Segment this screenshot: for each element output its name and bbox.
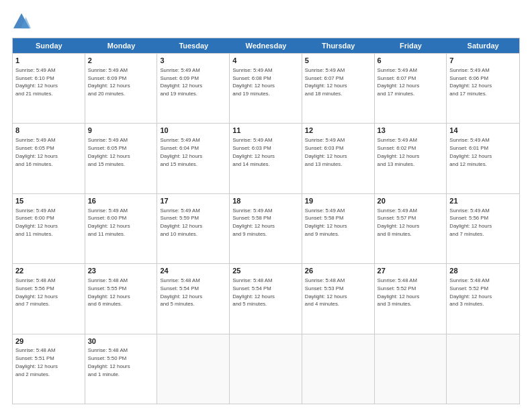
day-info: Sunrise: 5:48 AM Sunset: 5:54 PM Dayligh… [160,277,202,307]
calendar-day-22: 22Sunrise: 5:48 AM Sunset: 5:56 PM Dayli… [13,264,85,333]
day-info: Sunrise: 5:49 AM Sunset: 6:08 PM Dayligh… [232,67,275,97]
day-info: Sunrise: 5:49 AM Sunset: 6:09 PM Dayligh… [160,67,202,97]
calendar-day-7: 7Sunrise: 5:49 AM Sunset: 6:06 PM Daylig… [447,54,519,123]
day-info: Sunrise: 5:49 AM Sunset: 6:03 PM Dayligh… [305,137,347,167]
calendar-day-20: 20Sunrise: 5:49 AM Sunset: 5:57 PM Dayli… [375,194,447,263]
day-info: Sunrise: 5:49 AM Sunset: 5:58 PM Dayligh… [232,208,275,237]
day-info: Sunrise: 5:49 AM Sunset: 6:04 PM Dayligh… [160,137,202,167]
calendar-week-5: 29Sunrise: 5:48 AM Sunset: 5:51 PM Dayli… [13,334,519,404]
calendar-empty-cell [375,334,447,404]
day-number: 9 [88,126,154,136]
day-number: 22 [15,266,82,276]
day-info: Sunrise: 5:48 AM Sunset: 5:52 PM Dayligh… [378,277,420,307]
day-number: 15 [15,196,82,206]
day-number: 14 [449,126,517,136]
day-info: Sunrise: 5:49 AM Sunset: 5:58 PM Dayligh… [305,208,347,237]
calendar-day-16: 16Sunrise: 5:49 AM Sunset: 6:00 PM Dayli… [85,194,158,263]
calendar-day-24: 24Sunrise: 5:48 AM Sunset: 5:54 PM Dayli… [157,264,230,333]
day-info: Sunrise: 5:49 AM Sunset: 6:09 PM Dayligh… [88,67,130,97]
day-number: 1 [15,56,82,66]
calendar-empty-cell [157,334,230,404]
calendar-day-2: 2Sunrise: 5:49 AM Sunset: 6:09 PM Daylig… [85,54,158,123]
day-info: Sunrise: 5:49 AM Sunset: 6:07 PM Dayligh… [378,67,420,97]
day-info: Sunrise: 5:48 AM Sunset: 5:50 PM Dayligh… [88,347,130,377]
calendar-day-14: 14Sunrise: 5:49 AM Sunset: 6:01 PM Dayli… [447,124,519,193]
header-day-monday: Monday [85,38,158,53]
day-number: 20 [378,196,444,206]
day-info: Sunrise: 5:49 AM Sunset: 6:05 PM Dayligh… [15,137,58,167]
calendar-day-13: 13Sunrise: 5:49 AM Sunset: 6:02 PM Dayli… [375,124,447,193]
calendar-day-3: 3Sunrise: 5:49 AM Sunset: 6:09 PM Daylig… [157,54,230,123]
header-day-wednesday: Wednesday [230,38,302,53]
calendar-day-5: 5Sunrise: 5:49 AM Sunset: 6:07 PM Daylig… [302,54,375,123]
logo [12,12,34,31]
calendar-empty-cell [302,334,375,404]
calendar: SundayMondayTuesdayWednesdayThursdayFrid… [12,38,520,404]
day-info: Sunrise: 5:49 AM Sunset: 6:00 PM Dayligh… [15,208,58,237]
header-day-saturday: Saturday [447,38,519,53]
calendar-day-8: 8Sunrise: 5:49 AM Sunset: 6:05 PM Daylig… [13,124,85,193]
day-info: Sunrise: 5:48 AM Sunset: 5:53 PM Dayligh… [305,277,347,307]
day-number: 28 [449,266,517,276]
day-number: 25 [232,266,299,276]
calendar-header: SundayMondayTuesdayWednesdayThursdayFrid… [13,38,519,53]
day-number: 4 [232,56,299,66]
header-day-thursday: Thursday [302,38,375,53]
day-number: 23 [88,266,154,276]
day-info: Sunrise: 5:49 AM Sunset: 6:10 PM Dayligh… [15,67,58,97]
day-number: 27 [378,266,444,276]
calendar-body: 1Sunrise: 5:49 AM Sunset: 6:10 PM Daylig… [13,53,519,404]
day-info: Sunrise: 5:48 AM Sunset: 5:55 PM Dayligh… [88,277,130,307]
day-number: 19 [305,196,371,206]
calendar-day-23: 23Sunrise: 5:48 AM Sunset: 5:55 PM Dayli… [85,264,158,333]
day-number: 21 [449,196,517,206]
day-number: 24 [160,266,226,276]
calendar-day-21: 21Sunrise: 5:49 AM Sunset: 5:56 PM Dayli… [447,194,519,263]
calendar-day-29: 29Sunrise: 5:48 AM Sunset: 5:51 PM Dayli… [13,334,85,404]
day-number: 17 [160,196,226,206]
calendar-day-12: 12Sunrise: 5:49 AM Sunset: 6:03 PM Dayli… [302,124,375,193]
day-number: 13 [378,126,444,136]
calendar-day-28: 28Sunrise: 5:48 AM Sunset: 5:52 PM Dayli… [447,264,519,333]
day-number: 10 [160,126,226,136]
header-day-friday: Friday [375,38,447,53]
calendar-day-6: 6Sunrise: 5:49 AM Sunset: 6:07 PM Daylig… [375,54,447,123]
day-number: 26 [305,266,371,276]
calendar-day-1: 1Sunrise: 5:49 AM Sunset: 6:10 PM Daylig… [13,54,85,123]
calendar-day-18: 18Sunrise: 5:49 AM Sunset: 5:58 PM Dayli… [230,194,302,263]
day-number: 7 [449,56,517,66]
day-number: 8 [15,126,82,136]
header-day-sunday: Sunday [13,38,85,53]
calendar-day-25: 25Sunrise: 5:48 AM Sunset: 5:54 PM Dayli… [230,264,302,333]
header [12,12,520,31]
day-info: Sunrise: 5:49 AM Sunset: 6:00 PM Dayligh… [88,208,130,237]
calendar-week-1: 1Sunrise: 5:49 AM Sunset: 6:10 PM Daylig… [13,53,519,123]
day-number: 30 [88,336,154,347]
calendar-day-15: 15Sunrise: 5:49 AM Sunset: 6:00 PM Dayli… [13,194,85,263]
day-info: Sunrise: 5:49 AM Sunset: 5:59 PM Dayligh… [160,208,202,237]
day-number: 5 [305,56,371,66]
day-info: Sunrise: 5:49 AM Sunset: 6:03 PM Dayligh… [232,137,275,167]
day-info: Sunrise: 5:49 AM Sunset: 6:01 PM Dayligh… [449,137,492,167]
calendar-day-17: 17Sunrise: 5:49 AM Sunset: 5:59 PM Dayli… [157,194,230,263]
day-info: Sunrise: 5:49 AM Sunset: 6:07 PM Dayligh… [305,67,347,97]
calendar-day-27: 27Sunrise: 5:48 AM Sunset: 5:52 PM Dayli… [375,264,447,333]
calendar-empty-cell [447,334,519,404]
calendar-day-19: 19Sunrise: 5:49 AM Sunset: 5:58 PM Dayli… [302,194,375,263]
day-info: Sunrise: 5:49 AM Sunset: 6:02 PM Dayligh… [378,137,420,167]
day-number: 16 [88,196,154,206]
page: SundayMondayTuesdayWednesdayThursdayFrid… [0,0,532,411]
day-number: 2 [88,56,154,66]
day-number: 3 [160,56,226,66]
day-info: Sunrise: 5:49 AM Sunset: 6:05 PM Dayligh… [88,137,130,167]
calendar-empty-cell [230,334,302,404]
day-info: Sunrise: 5:49 AM Sunset: 6:06 PM Dayligh… [449,67,492,97]
day-info: Sunrise: 5:48 AM Sunset: 5:52 PM Dayligh… [449,277,492,307]
day-number: 11 [232,126,299,136]
calendar-day-4: 4Sunrise: 5:49 AM Sunset: 6:08 PM Daylig… [230,54,302,123]
logo-icon [12,12,31,31]
calendar-day-11: 11Sunrise: 5:49 AM Sunset: 6:03 PM Dayli… [230,124,302,193]
day-number: 6 [378,56,444,66]
day-info: Sunrise: 5:48 AM Sunset: 5:54 PM Dayligh… [232,277,275,307]
day-number: 18 [232,196,299,206]
